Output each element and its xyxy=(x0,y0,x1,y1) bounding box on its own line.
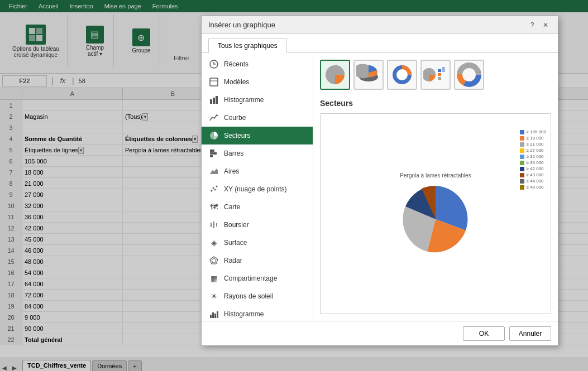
legend-item: ≥ 32 000 xyxy=(520,154,546,159)
legend-label: ≥ 44 000 xyxy=(526,179,543,184)
legend-item: ≥ 18 000 xyxy=(520,136,546,141)
legend-label: ≥ 32 000 xyxy=(526,154,543,159)
svg-rect-23 xyxy=(210,315,212,318)
svg-point-17 xyxy=(216,186,218,187)
legend-dot xyxy=(520,155,524,159)
insert-chart-dialog: Insérer un graphique ? ✕ Tous les graphi… xyxy=(201,16,558,346)
chart-variants xyxy=(320,60,551,90)
chart-type-barres[interactable]: Barres xyxy=(202,144,313,162)
xy-icon xyxy=(208,184,219,195)
chart-type-histogramme[interactable]: Histogramme xyxy=(202,91,313,109)
legend-dot xyxy=(520,173,524,177)
chart-type-recents[interactable]: Récents xyxy=(202,55,313,73)
compartimentage-label: Compartimentage xyxy=(224,274,277,282)
compartimentage-icon: ▦ xyxy=(208,273,219,284)
svg-point-15 xyxy=(213,187,214,189)
legend-item: ≥ 105 000 xyxy=(520,129,546,134)
dialog-footer: OK Annuler xyxy=(202,321,558,345)
chart-type-surface[interactable]: ◈ Surface xyxy=(202,234,313,252)
legend-item: ≥ 48 000 xyxy=(520,185,546,190)
legend-item: ≥ 21 000 xyxy=(520,142,546,147)
cancel-button[interactable]: Annuler xyxy=(509,326,551,341)
svg-rect-24 xyxy=(212,312,214,318)
dialog-titlebar: Insérer un graphique ? ✕ xyxy=(202,16,558,34)
chart-variant-secteurs-3d[interactable] xyxy=(353,60,384,90)
barres-icon xyxy=(208,148,219,159)
chart-type-modeles[interactable]: Modèles xyxy=(202,73,313,91)
chart-variant-secteurs-barre[interactable] xyxy=(420,60,451,90)
dialog-tabs: Tous les graphiques xyxy=(202,34,558,53)
dialog-title: Insérer un graphique xyxy=(208,21,522,29)
modeles-label: Modèles xyxy=(224,78,249,86)
recents-label: Récents xyxy=(224,60,248,68)
radar-icon xyxy=(208,255,219,266)
legend-label: ≥ 43 000 xyxy=(526,172,543,177)
histogramme2-label: Histogramme xyxy=(224,310,264,318)
section-label: Secteurs xyxy=(320,99,551,108)
svg-rect-40 xyxy=(442,67,445,72)
chart-type-compartimentage[interactable]: ▦ Compartimentage xyxy=(202,269,313,287)
histogramme2-icon xyxy=(208,309,219,320)
svg-point-16 xyxy=(214,189,216,191)
dialog-close-button[interactable]: ✕ xyxy=(540,20,551,31)
chart-type-carte[interactable]: 🗺 Carte xyxy=(202,198,313,216)
barres-label: Barres xyxy=(224,150,243,157)
chart-type-rayons-soleil[interactable]: ☀ Rayons de soleil xyxy=(202,287,313,305)
legend-item: ≥ 43 000 xyxy=(520,172,546,177)
tab-tous-les-graphiques[interactable]: Tous les graphiques xyxy=(208,38,287,53)
svg-rect-5 xyxy=(210,78,218,86)
chart-type-boursier[interactable]: Boursier xyxy=(202,216,313,234)
chart-type-xy[interactable]: XY (nuage de points) xyxy=(202,180,313,198)
modeles-icon xyxy=(208,76,219,88)
histogramme-icon xyxy=(208,94,219,105)
legend-label: ≥ 27 000 xyxy=(526,148,543,153)
dialog-overlay: Insérer un graphique ? ✕ Tous les graphi… xyxy=(0,0,588,371)
svg-rect-10 xyxy=(210,150,214,152)
svg-marker-22 xyxy=(212,258,216,263)
rayons-soleil-icon: ☀ xyxy=(208,291,219,302)
legend-dot xyxy=(520,136,524,141)
preview-title: Pergola à lames rétractables xyxy=(400,172,471,179)
svg-rect-9 xyxy=(216,96,218,104)
chart-legend: ≥ 105 000 ≥ 18 000 ≥ 21 000 ≥ 27 00 xyxy=(520,129,546,191)
dialog-content: Récents Modèles Histogramme xyxy=(202,53,558,321)
carte-icon: 🗺 xyxy=(208,201,219,213)
svg-marker-13 xyxy=(210,168,218,174)
chart-type-secteurs[interactable]: Secteurs xyxy=(202,127,313,144)
svg-rect-11 xyxy=(210,152,217,155)
chart-type-radar[interactable]: Radar xyxy=(202,252,313,269)
chart-preview: Pergola à lames rétractables xyxy=(320,113,551,314)
surface-label: Surface xyxy=(224,239,247,247)
legend-item: ≥ 27 000 xyxy=(520,148,546,153)
svg-rect-8 xyxy=(213,98,215,104)
svg-rect-38 xyxy=(438,73,441,76)
ok-button[interactable]: OK xyxy=(463,326,505,341)
legend-item: ≥ 44 000 xyxy=(520,179,546,184)
secteurs-label: Secteurs xyxy=(224,132,250,139)
legend-label: ≥ 48 000 xyxy=(526,185,543,190)
svg-rect-37 xyxy=(438,69,441,72)
chart-type-histogramme2[interactable]: Histogramme xyxy=(202,305,313,321)
legend-item: ≥ 36 000 xyxy=(520,160,546,165)
svg-rect-25 xyxy=(214,314,216,318)
chart-variant-anneau-seul[interactable] xyxy=(454,60,484,90)
chart-variant-secteurs-2d[interactable] xyxy=(320,60,350,90)
courbe-label: Courbe xyxy=(224,114,246,122)
svg-rect-26 xyxy=(217,311,218,318)
legend-dot xyxy=(520,167,524,171)
legend-dot xyxy=(520,179,524,184)
chart-type-courbe[interactable]: Courbe xyxy=(202,109,313,127)
svg-rect-12 xyxy=(210,155,213,157)
courbe-icon xyxy=(208,112,219,123)
dialog-help-button[interactable]: ? xyxy=(527,20,538,31)
legend-label: ≥ 21 000 xyxy=(526,142,543,147)
legend-dot xyxy=(520,130,524,134)
chart-type-aires[interactable]: Aires xyxy=(202,162,313,180)
chart-variant-anneau-2d[interactable] xyxy=(387,60,417,90)
svg-rect-7 xyxy=(210,99,212,104)
legend-label: ≥ 18 000 xyxy=(526,136,543,141)
radar-label: Radar xyxy=(224,257,242,264)
legend-dot xyxy=(520,161,524,165)
preview-pie-chart xyxy=(399,183,472,256)
svg-point-36 xyxy=(396,69,408,80)
